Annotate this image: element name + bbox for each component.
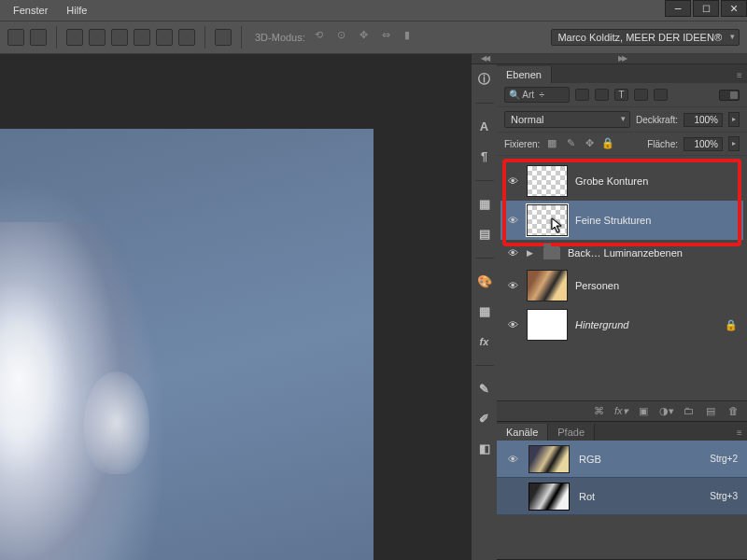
- new-group-icon[interactable]: 🗀: [682, 405, 695, 418]
- visibility-toggle-icon[interactable]: 👁: [506, 280, 519, 291]
- filter-shape-icon[interactable]: [634, 89, 648, 101]
- visibility-toggle-icon[interactable]: 👁: [506, 319, 519, 330]
- lock-fill-row: Fixieren: ▩ ✎ ✥ 🔒 Fläche: 100% ▸: [497, 133, 747, 156]
- tab-layers[interactable]: Ebenen: [497, 66, 552, 83]
- mode3d-camera-icon[interactable]: ▮: [404, 29, 421, 46]
- mode3d-label: 3D-Modus:: [255, 32, 305, 43]
- tab-channels[interactable]: Kanäle: [497, 424, 548, 441]
- mode3d-orbit-icon[interactable]: ⟲: [315, 29, 331, 46]
- tool-presets-icon[interactable]: ◧: [476, 441, 493, 457]
- channel-shortcut: Strg+2: [710, 454, 738, 464]
- separator: [475, 103, 494, 104]
- separator: [241, 26, 242, 49]
- disclosure-triangle-icon[interactable]: ▶: [527, 248, 536, 258]
- brush-presets-icon[interactable]: ✐: [476, 411, 493, 427]
- window-minimize-button[interactable]: [665, 0, 691, 17]
- delete-layer-icon[interactable]: 🗑: [726, 405, 740, 418]
- layer-name[interactable]: Grobe Konturen: [575, 175, 738, 187]
- layer-row[interactable]: 👁 Hintergrund 🔒: [500, 305, 743, 344]
- menu-hilfe[interactable]: Hilfe: [57, 3, 96, 18]
- menu-fenster[interactable]: Fenster: [4, 3, 57, 18]
- align-icon[interactable]: [30, 29, 47, 46]
- tab-paths[interactable]: Pfade: [548, 424, 595, 441]
- expand-dock-button[interactable]: [472, 54, 497, 64]
- blend-mode-dropdown[interactable]: Normal: [504, 111, 630, 128]
- align-icon[interactable]: [7, 29, 24, 46]
- layer-thumbnail[interactable]: [527, 204, 568, 236]
- opacity-value[interactable]: 100%: [684, 113, 723, 127]
- fill-flyout-button[interactable]: ▸: [728, 136, 740, 151]
- adjustment-layer-icon[interactable]: ◑▾: [659, 405, 672, 418]
- collapse-dock-button[interactable]: [497, 54, 747, 64]
- layer-fx-icon[interactable]: fx▾: [614, 405, 627, 418]
- layer-name[interactable]: Hintergrund: [575, 319, 717, 330]
- separator: [475, 180, 494, 181]
- layer-filter-kind-dropdown[interactable]: 🔍 Art ÷: [504, 87, 570, 103]
- layer-row[interactable]: 👁 Grobe Konturen: [500, 161, 743, 201]
- auto-align-icon[interactable]: [215, 29, 232, 46]
- separator: [56, 26, 57, 49]
- layer-list: 👁 Grobe Konturen 👁 Feine Strukturen 👁 ▶ …: [497, 156, 747, 400]
- lock-pixels-icon[interactable]: ✎: [564, 137, 577, 150]
- layer-thumbnail[interactable]: [527, 165, 568, 197]
- channel-row[interactable]: Rot Strg+3: [497, 478, 747, 515]
- visibility-toggle-icon[interactable]: 👁: [506, 454, 519, 465]
- mode3d-slide-icon[interactable]: ⇔: [382, 29, 399, 46]
- grid-panel-icon[interactable]: ▦: [476, 196, 493, 213]
- distribute-icon[interactable]: [111, 29, 128, 46]
- opacity-label: Deckkraft:: [636, 115, 678, 125]
- separator: [204, 26, 205, 49]
- paragraph-panel-icon[interactable]: ¶: [476, 148, 493, 165]
- mode3d-pan-icon[interactable]: ✥: [359, 29, 376, 46]
- distribute-icon[interactable]: [134, 29, 150, 46]
- layer-name[interactable]: Personen: [575, 280, 738, 291]
- layer-group-row[interactable]: 👁 ▶ Back… Luminanzebenen: [500, 240, 743, 266]
- panel-menu-button[interactable]: [732, 426, 747, 441]
- layer-row[interactable]: 👁 Personen: [500, 266, 743, 305]
- canvas-content: [84, 371, 149, 474]
- info-panel-icon[interactable]: ⓘ: [476, 71, 493, 88]
- workspace-dropdown[interactable]: Marco Kolditz, MEER DER IDEEN®: [551, 29, 740, 46]
- window-maximize-button[interactable]: [693, 0, 719, 17]
- distribute-icon[interactable]: [156, 29, 173, 46]
- channel-row[interactable]: 👁 RGB Strg+2: [497, 441, 747, 478]
- filter-toggle[interactable]: [719, 90, 740, 101]
- character-panel-icon[interactable]: A: [476, 119, 493, 135]
- layers-panel-bottom-bar: ⌘ fx▾ ▣ ◑▾ 🗀 ▤ 🗑: [497, 400, 747, 421]
- fx-panel-icon[interactable]: fx: [476, 333, 493, 350]
- swatches-panel-icon[interactable]: ▤: [476, 226, 493, 243]
- lock-position-icon[interactable]: ✥: [583, 137, 596, 150]
- layer-name[interactable]: Back… Luminanzebenen: [568, 247, 738, 259]
- filter-type-icon[interactable]: T: [614, 89, 628, 101]
- layer-row[interactable]: 👁 Feine Strukturen: [500, 201, 743, 240]
- distribute-icon[interactable]: [66, 29, 83, 46]
- layer-thumbnail[interactable]: [527, 270, 568, 301]
- lock-transparency-icon[interactable]: ▩: [545, 137, 558, 150]
- visibility-toggle-icon[interactable]: 👁: [506, 247, 519, 259]
- separator: [475, 258, 494, 259]
- panel-menu-button[interactable]: [732, 68, 747, 83]
- window-close-button[interactable]: [721, 0, 747, 17]
- collapsed-panel-dock: ⓘ A ¶ ▦ ▤ 🎨 ▦ fx ✎ ✐ ◧: [471, 54, 497, 560]
- distribute-icon[interactable]: [89, 29, 106, 46]
- brush-panel-icon[interactable]: ✎: [476, 381, 493, 398]
- lock-all-icon[interactable]: 🔒: [601, 137, 614, 150]
- distribute-icon[interactable]: [178, 29, 195, 46]
- layer-name[interactable]: Feine Strukturen: [575, 215, 738, 226]
- layer-mask-icon[interactable]: ▣: [637, 405, 650, 418]
- new-layer-icon[interactable]: ▤: [704, 405, 717, 418]
- canvas[interactable]: [0, 129, 374, 560]
- document-area: [0, 54, 471, 560]
- filter-pixel-icon[interactable]: [575, 89, 589, 101]
- color-panel-icon[interactable]: 🎨: [476, 273, 493, 290]
- visibility-toggle-icon[interactable]: 👁: [506, 215, 519, 226]
- visibility-toggle-icon[interactable]: 👁: [506, 175, 519, 187]
- fill-value[interactable]: 100%: [684, 137, 723, 151]
- mode3d-roll-icon[interactable]: ⊙: [337, 29, 354, 46]
- opacity-flyout-button[interactable]: ▸: [728, 112, 740, 127]
- filter-smart-icon[interactable]: [654, 89, 668, 101]
- link-layers-icon[interactable]: ⌘: [592, 405, 605, 418]
- layer-thumbnail[interactable]: [527, 309, 568, 341]
- styles-panel-icon[interactable]: ▦: [476, 303, 493, 320]
- filter-adjust-icon[interactable]: [595, 89, 609, 101]
